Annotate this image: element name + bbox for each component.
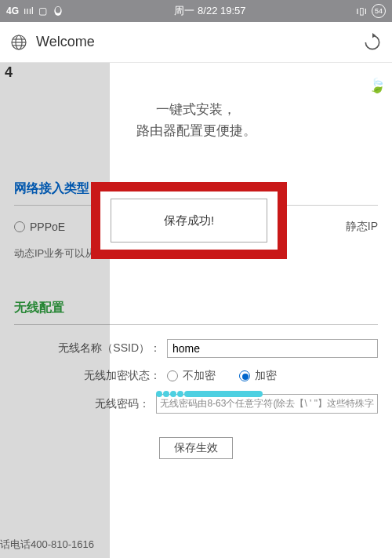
ssid-input[interactable] xyxy=(167,339,378,358)
page-content: 4 🍃 一键式安装， 路由器配置更便捷。 网络接入类型 PPPoE 静态IP 动… xyxy=(0,63,392,558)
url-text[interactable]: Welcome xyxy=(36,34,362,50)
footer-phone: 话电话400-810-1616 xyxy=(0,538,94,552)
enc-on[interactable]: 加密 xyxy=(239,369,277,383)
status-datetime: 周一 8/22 19:57 xyxy=(64,4,357,18)
qq-icon xyxy=(52,5,64,17)
ssid-label: 无线名称（SSID）： xyxy=(14,341,167,356)
status-right: ı▯ı 54 xyxy=(356,4,386,18)
enc-none[interactable]: 不加密 xyxy=(167,369,216,383)
wlan-section: 无线配置 无线名称（SSID）： 无线加密状态： 不加密 加密 无线密码： 无线… xyxy=(0,300,392,459)
wan-pppoe-label: PPPoE xyxy=(30,221,65,233)
ssid-row: 无线名称（SSID）： xyxy=(14,339,378,358)
page-indicator: 4 xyxy=(5,64,13,81)
hero: 一键式安装， 路由器配置更便捷。 xyxy=(0,99,392,141)
wlan-title: 无线配置 xyxy=(14,300,378,325)
pwd-label: 无线密码： xyxy=(14,397,156,411)
hero-line1: 一键式安装， xyxy=(0,99,392,120)
image-icon: ▢ xyxy=(38,5,47,16)
vibrate-icon: ı▯ı xyxy=(356,5,367,16)
network-icon: 4G xyxy=(6,5,19,16)
wan-pppoe[interactable]: PPPoE xyxy=(14,221,65,233)
wan-static-label: 静态IP xyxy=(346,220,378,234)
modal-message: 保存成功! xyxy=(111,199,267,243)
pwd-redaction xyxy=(156,386,266,399)
pwd-row: 无线密码： 无线密码由8-63个任意字符(除去【\ ' "】这些特殊字 xyxy=(14,394,378,414)
enc-none-label: 不加密 xyxy=(183,369,216,383)
enc-label: 无线加密状态： xyxy=(14,369,167,383)
success-modal: 保存成功! xyxy=(91,182,287,259)
enc-on-label: 加密 xyxy=(255,369,277,383)
globe-icon xyxy=(9,33,28,52)
hero-line2: 路由器配置更便捷。 xyxy=(0,120,392,141)
status-bar: 4G ıııl ▢ 周一 8/22 19:57 ı▯ı 54 xyxy=(0,0,392,22)
enc-row: 无线加密状态： 不加密 加密 xyxy=(14,369,378,383)
save-button[interactable]: 保存生效 xyxy=(159,437,233,459)
svg-point-1 xyxy=(55,7,60,13)
browser-bar: Welcome xyxy=(0,22,392,63)
wan-static[interactable]: 静态IP xyxy=(346,220,378,234)
leaf-icon: 🍃 xyxy=(368,77,386,94)
battery-icon: 54 xyxy=(372,4,386,18)
status-left: 4G ıııl ▢ xyxy=(6,5,64,17)
refresh-icon[interactable] xyxy=(362,32,383,53)
signal-icon: ıııl xyxy=(24,5,34,16)
